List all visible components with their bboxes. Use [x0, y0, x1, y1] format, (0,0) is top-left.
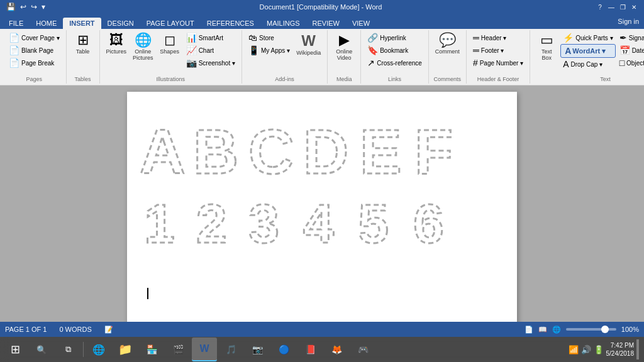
- store-button[interactable]: 🛍 Store: [246, 31, 292, 44]
- wordart-button[interactable]: A WordArt ▾: [560, 44, 615, 58]
- firefox-button[interactable]: 🦊: [324, 337, 349, 361]
- start-button[interactable]: ⊞: [3, 337, 28, 361]
- file-explorer-button[interactable]: 📁: [113, 337, 138, 361]
- undo-icon[interactable]: ↩: [19, 2, 28, 12]
- task-view-button[interactable]: ⧉: [55, 337, 80, 361]
- music-button[interactable]: 🎵: [218, 337, 243, 361]
- my-apps-button[interactable]: 📱 My Apps ▾: [246, 44, 292, 57]
- blank-page-label: Blank Page: [21, 47, 53, 54]
- system-icons[interactable]: 📶 🔊 🔋: [569, 345, 604, 354]
- save-icon[interactable]: 💾: [5, 2, 17, 12]
- taskbar: ⊞ 🔍 ⧉ 🌐 📁 🏪 🎬 W 🎵 📷 🔵 📕 🦊 🎮 📶 🔊 🔋 7:42 P…: [0, 337, 644, 362]
- quick-access-toolbar[interactable]: 💾 ↩ ↪ ▾: [5, 2, 47, 12]
- screenshot-button[interactable]: 📷 Screenshot ▾: [184, 57, 238, 69]
- hyperlink-button[interactable]: 🔗 Hyperlink: [365, 31, 425, 44]
- bookmark-button[interactable]: 🔖 Bookmark: [365, 44, 425, 57]
- store-button[interactable]: 🏪: [139, 337, 164, 361]
- wikipedia-button[interactable]: W Wikipedia: [294, 31, 323, 58]
- comment-button[interactable]: 💬 Comment: [433, 31, 462, 57]
- cover-page-icon: 📄: [9, 33, 19, 43]
- group-header-footer: ═ Header ▾ ═ Footer ▾ # Page Number ▾ He…: [467, 30, 530, 84]
- pdf-button[interactable]: 📕: [297, 337, 323, 361]
- quick-parts-label: Quick Parts ▾: [575, 35, 613, 41]
- signature-line-icon: ✒: [619, 33, 627, 43]
- tab-view[interactable]: VIEW: [346, 18, 376, 29]
- camera-button[interactable]: 📷: [245, 337, 270, 361]
- comments-content: 💬 Comment: [433, 31, 462, 75]
- minimize-button[interactable]: —: [606, 2, 616, 12]
- edge-button[interactable]: 🌐: [86, 337, 111, 361]
- document-page[interactable]: .dash-letter { font-family: Arial Black,…: [127, 92, 517, 322]
- tab-mailings[interactable]: MAILINGS: [260, 18, 306, 29]
- view-print-icon[interactable]: 📄: [525, 326, 533, 334]
- zoom-slider[interactable]: [566, 328, 616, 331]
- links-col: 🔗 Hyperlink 🔖 Bookmark ↗ Cross-reference: [365, 31, 425, 69]
- online-pictures-button[interactable]: 🌐 OnlinePictures: [130, 31, 156, 63]
- header-icon: ═: [473, 33, 479, 43]
- svg-text:2: 2: [196, 192, 227, 255]
- tab-insert[interactable]: INSERT: [63, 18, 101, 29]
- media-player-button[interactable]: 🎬: [165, 337, 191, 361]
- object-button[interactable]: □ Object ▾: [617, 57, 644, 69]
- drop-cap-icon: A: [563, 59, 569, 69]
- chart-button[interactable]: 📈 Chart: [184, 44, 238, 57]
- network-icon[interactable]: 📶: [569, 345, 579, 354]
- app-button[interactable]: 🎮: [350, 337, 375, 361]
- volume-icon[interactable]: 🔊: [581, 345, 591, 354]
- cross-reference-button[interactable]: ↗ Cross-reference: [365, 57, 425, 69]
- shapes-label: Shapes: [160, 48, 179, 55]
- addins-group-label: Add-ins: [246, 75, 323, 84]
- taskbar-separator: [83, 342, 84, 357]
- blank-page-button[interactable]: 📄 Blank Page: [6, 44, 62, 57]
- group-tables: ⊞ Table Tables: [67, 30, 100, 84]
- date-time-button[interactable]: 📅 Date & Time: [617, 44, 644, 57]
- sign-in-button[interactable]: Sign in: [618, 18, 639, 25]
- screenshot-label: Screenshot ▾: [199, 60, 235, 67]
- tab-review[interactable]: REVIEW: [306, 18, 346, 29]
- shapes-button[interactable]: ◻ Shapes: [157, 31, 182, 57]
- tab-references[interactable]: REFERENCES: [201, 18, 260, 29]
- header-button[interactable]: ═ Header ▾: [470, 31, 526, 44]
- cover-page-button[interactable]: 📄 Cover Page ▾: [6, 31, 62, 44]
- customize-qat-icon[interactable]: ▾: [40, 2, 47, 12]
- quick-parts-button[interactable]: ⚡ Quick Parts ▾: [560, 31, 615, 44]
- store-label: Store: [259, 35, 274, 41]
- chrome-button[interactable]: 🔵: [271, 337, 296, 361]
- restore-button[interactable]: ❐: [618, 2, 628, 12]
- text-content: ▭ TextBox ⚡ Quick Parts ▾ A WordArt ▾ A …: [534, 31, 644, 75]
- close-button[interactable]: ✕: [629, 2, 639, 12]
- pictures-button[interactable]: 🖼 Pictures: [104, 31, 130, 57]
- view-read-icon[interactable]: 📖: [538, 326, 547, 334]
- tab-home[interactable]: HOME: [30, 18, 63, 29]
- zoom-thumb: [601, 326, 609, 333]
- page-break-button[interactable]: 📄 Page Break: [6, 57, 62, 69]
- date-time-icon: 📅: [619, 45, 630, 55]
- help-button[interactable]: ?: [595, 2, 605, 12]
- tab-design[interactable]: DESIGN: [101, 18, 140, 29]
- tab-page-layout[interactable]: PAGE LAYOUT: [140, 18, 201, 29]
- media-content: ▶ OnlineVideo: [331, 31, 357, 75]
- zoom-level[interactable]: 100%: [621, 326, 639, 333]
- drop-cap-button[interactable]: A Drop Cap ▾: [560, 58, 615, 70]
- textbox-button[interactable]: ▭ TextBox: [534, 31, 559, 63]
- smartart-button[interactable]: 📊 SmartArt: [184, 31, 238, 44]
- signature-line-button[interactable]: ✒ Signature Line ▾: [617, 31, 644, 44]
- svg-text:4: 4: [303, 192, 334, 255]
- search-button[interactable]: 🔍: [29, 337, 54, 361]
- redo-icon[interactable]: ↪: [30, 2, 38, 12]
- page-number-button[interactable]: # Page Number ▾: [470, 57, 526, 69]
- footer-button[interactable]: ═ Footer ▾: [470, 44, 526, 57]
- tab-file[interactable]: FILE: [3, 18, 30, 29]
- battery-icon[interactable]: 🔋: [594, 345, 604, 354]
- online-video-button[interactable]: ▶ OnlineVideo: [331, 31, 357, 63]
- addins-content: 🛍 Store 📱 My Apps ▾ W Wikipedia: [246, 31, 323, 75]
- window-controls[interactable]: ? — ❐ ✕: [595, 2, 639, 12]
- signature-line-label: Signature Line ▾: [629, 35, 644, 41]
- view-web-icon[interactable]: 🌐: [552, 326, 561, 334]
- ribbon: 📄 Cover Page ▾ 📄 Blank Page 📄 Page Break…: [0, 29, 644, 85]
- wikipedia-icon: W: [301, 33, 316, 48]
- show-desktop-button[interactable]: [636, 339, 639, 359]
- table-button[interactable]: ⊞ Table: [70, 31, 96, 57]
- word-button[interactable]: W: [192, 337, 217, 361]
- page-number-label: Page Number ▾: [480, 60, 523, 67]
